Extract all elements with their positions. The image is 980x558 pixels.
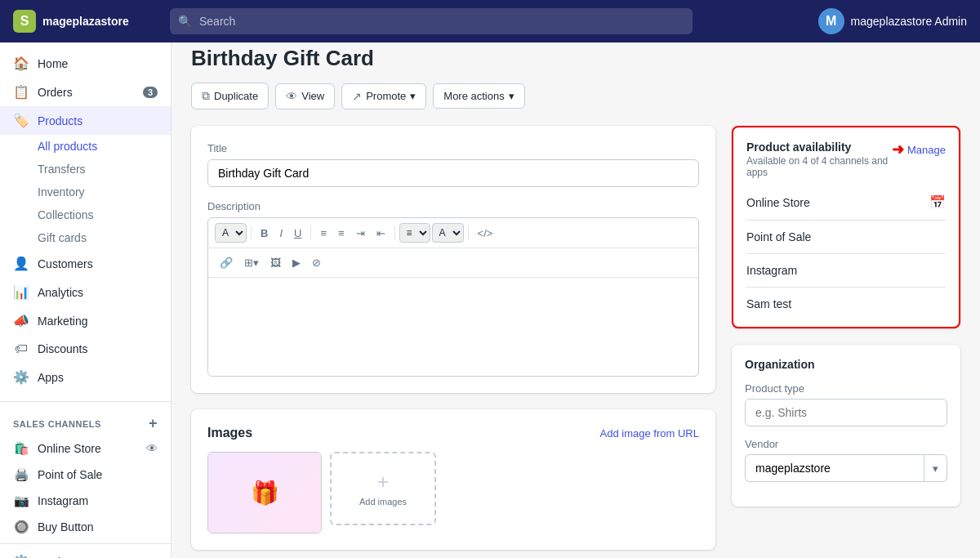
online-store-eye-icon[interactable]: 👁: [146, 442, 158, 455]
view-button[interactable]: 👁 View: [275, 83, 335, 109]
sidebar-settings-label: Settings: [38, 556, 79, 559]
content-grid: Title Description A B I U: [191, 126, 960, 558]
more-actions-label: More actions: [443, 90, 504, 102]
rte-font-select[interactable]: A: [215, 223, 247, 243]
rte-video-button[interactable]: ▶: [287, 253, 305, 272]
sidebar-sub-gift-cards[interactable]: Gift cards: [38, 226, 171, 249]
sidebar-sub-transfers[interactable]: Transfers: [38, 158, 171, 181]
sidebar-item-home-label: Home: [38, 57, 68, 70]
rte-link-button[interactable]: 🔗: [215, 253, 238, 272]
store-logo-area[interactable]: S mageplazastore: [13, 10, 160, 33]
avatar[interactable]: M: [818, 8, 844, 34]
product-type-field: Product type: [745, 382, 947, 426]
duplicate-button[interactable]: ⧉ Duplicate: [191, 83, 269, 109]
more-actions-button[interactable]: More actions ▾: [433, 83, 524, 109]
organization-card: Organization Product type Vendor ▾: [732, 345, 960, 507]
rte-indent-button[interactable]: ⇥: [351, 224, 370, 243]
channel-pos-label: Point of Sale: [746, 230, 811, 243]
rte-ol-button[interactable]: ≡: [333, 224, 350, 243]
vendor-field: Vendor ▾: [745, 438, 947, 482]
title-input[interactable]: [207, 159, 699, 187]
online-store-label: Online Store: [38, 442, 101, 455]
manage-wrap: ➜ Manage: [892, 141, 946, 158]
promote-label: Promote: [366, 90, 406, 102]
rte-image-button[interactable]: 🖼: [265, 253, 286, 272]
rte-body[interactable]: [208, 278, 698, 376]
sidebar-item-analytics[interactable]: 📊 Analytics: [0, 278, 171, 306]
promote-button[interactable]: ↗ Promote ▾: [341, 83, 426, 109]
add-placeholder-icon: +: [377, 471, 389, 493]
images-header: Images Add image from URL: [207, 426, 699, 440]
images-title: Images: [207, 426, 252, 440]
availability-subtitle: Available on 4 of 4 channels and apps: [746, 155, 892, 178]
sidebar-item-settings[interactable]: ⚙️ Settings: [0, 547, 171, 558]
add-sales-channel-icon[interactable]: +: [149, 415, 158, 432]
rte-outdent-button[interactable]: ⇤: [372, 224, 390, 243]
rte-source-button[interactable]: </>: [473, 224, 498, 243]
vendor-input[interactable]: [745, 454, 924, 482]
rte-table-button[interactable]: ⊞▾: [239, 253, 264, 272]
channel-pos: Point of Sale: [746, 221, 946, 254]
marketing-icon: 📣: [13, 313, 29, 328]
images-card: Images Add image from URL 🎁 + Add images: [191, 409, 715, 550]
channel-online-store: Online Store 📅: [746, 185, 946, 221]
customers-icon: 👤: [13, 256, 29, 271]
sidebar-item-discounts-label: Discounts: [38, 342, 87, 355]
sidebar-sub-collections[interactable]: Collections: [38, 203, 171, 226]
rte-color-select[interactable]: A: [432, 223, 464, 243]
buy-button-label: Buy Button: [38, 520, 94, 533]
manage-link[interactable]: Manage: [907, 144, 946, 156]
search-bar[interactable]: 🔍: [170, 8, 693, 34]
sidebar-main-nav: 🏠 Home 📋 Orders 3 🏷️ Products All produc…: [0, 42, 171, 398]
availability-header: Product availability Available on 4 of 4…: [733, 127, 959, 185]
topnav-right: M mageplazastore Admin: [818, 8, 967, 34]
analytics-icon: 📊: [13, 284, 29, 300]
product-type-input[interactable]: [745, 399, 947, 426]
sidebar-channel-pos[interactable]: 🖨️ Point of Sale: [0, 462, 171, 488]
promote-icon: ↗: [352, 90, 362, 103]
rte-ul-button[interactable]: ≡: [315, 224, 332, 243]
channel-instagram-label: Instagram: [746, 264, 797, 277]
sidebar-item-products[interactable]: 🏷️ Products: [0, 106, 171, 135]
products-icon: 🏷️: [13, 113, 29, 128]
rte-align-select[interactable]: ≡: [399, 223, 430, 243]
sidebar-item-apps[interactable]: ⚙️ Apps: [0, 363, 171, 391]
add-image-link[interactable]: Add image from URL: [600, 427, 699, 440]
rte-divider-1: [251, 225, 252, 240]
online-store-icon: 🛍️: [13, 441, 29, 456]
sidebar-channel-online-store[interactable]: 🛍️ Online Store 👁: [0, 435, 171, 462]
description-label: Description: [207, 200, 699, 212]
sidebar-sub-all-products[interactable]: All products: [38, 135, 171, 158]
rte-divider-4: [468, 225, 469, 240]
rte-bold-button[interactable]: B: [256, 224, 273, 243]
sidebar-channel-buy-button[interactable]: 🔘 Buy Button: [0, 514, 171, 540]
sidebar-item-customers-label: Customers: [38, 257, 93, 270]
vendor-label: Vendor: [745, 438, 947, 450]
sidebar-item-marketing[interactable]: 📣 Marketing: [0, 306, 171, 335]
shopify-icon: S: [13, 10, 36, 33]
vendor-select-button[interactable]: ▾: [924, 454, 947, 482]
sidebar-item-customers[interactable]: 👤 Customers: [0, 249, 171, 278]
add-image-placeholder[interactable]: + Add images: [330, 452, 436, 525]
rte-clear-button[interactable]: ⊘: [307, 253, 326, 272]
title-label: Title: [207, 142, 699, 154]
sidebar-products-sub: All products Transfers Inventory Collect…: [0, 135, 171, 249]
sidebar-item-home[interactable]: 🏠 Home: [0, 49, 171, 78]
search-input[interactable]: [170, 8, 693, 34]
sidebar-item-products-label: Products: [38, 114, 82, 127]
sidebar-divider: [0, 401, 171, 402]
red-arrow-annotation: ➜: [892, 141, 904, 158]
instagram-label: Instagram: [38, 494, 88, 507]
right-panel: Product availability Available on 4 of 4…: [732, 126, 960, 523]
channel-online-store-label: Online Store: [746, 196, 810, 209]
store-name: mageplazastore: [42, 15, 129, 28]
images-grid: 🎁 + Add images: [207, 452, 699, 533]
sidebar-item-discounts[interactable]: 🏷 Discounts: [0, 335, 171, 363]
sidebar-channel-instagram[interactable]: 📷 Instagram: [0, 488, 171, 514]
rte-underline-button[interactable]: U: [289, 224, 306, 243]
pos-icon: 🖨️: [13, 467, 29, 482]
buy-button-icon: 🔘: [13, 520, 29, 534]
rte-italic-button[interactable]: I: [274, 224, 287, 243]
sidebar-item-orders[interactable]: 📋 Orders 3: [0, 78, 171, 106]
sidebar-sub-inventory[interactable]: Inventory: [38, 181, 171, 203]
